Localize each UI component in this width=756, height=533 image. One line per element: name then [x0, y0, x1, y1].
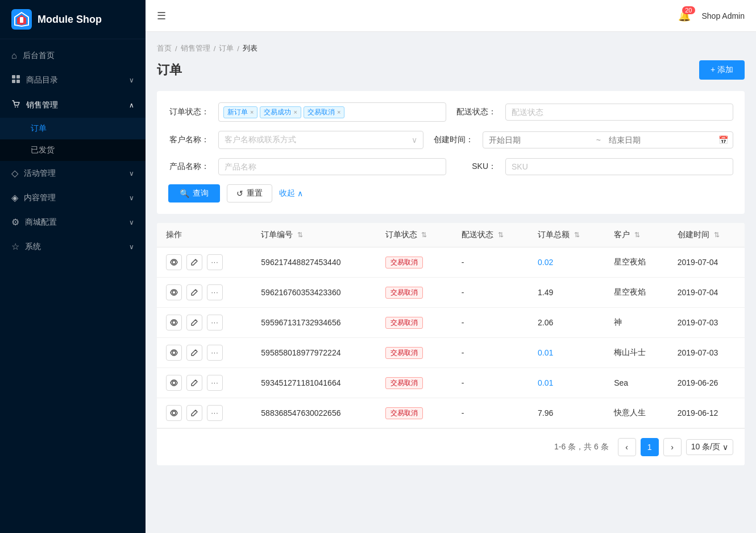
- search-icon: 🔍: [180, 189, 189, 198]
- user-menu-button[interactable]: Shop Admin: [702, 11, 745, 20]
- col-total[interactable]: 订单总额 ⇅: [529, 223, 605, 247]
- sidebar: Module Shop ⌂ 后台首页 商品目录 ∨ 销售管理 ∧ 订单: [0, 0, 146, 533]
- page-size-select[interactable]: 10 条/页 ∨: [686, 439, 733, 455]
- collapse-button[interactable]: 收起 ∧: [279, 188, 303, 199]
- edit-button[interactable]: [186, 315, 202, 330]
- date-start-input[interactable]: [483, 132, 594, 148]
- view-button[interactable]: [166, 345, 182, 361]
- search-button[interactable]: 🔍 查询: [168, 184, 220, 203]
- more-button[interactable]: ···: [207, 345, 223, 361]
- view-button[interactable]: [166, 284, 182, 300]
- customer-field: 客户名称或联系方式 ∨: [218, 131, 423, 149]
- customer-select[interactable]: 客户名称或联系方式 ∨: [218, 131, 423, 149]
- col-customer[interactable]: 客户 ⇅: [605, 223, 668, 247]
- created-time: 2019-07-03: [668, 338, 745, 368]
- calendar-icon: 📅: [714, 135, 733, 144]
- tag-cancel-close[interactable]: ×: [337, 109, 340, 115]
- sidebar-item-products[interactable]: 商品目录 ∨: [0, 68, 146, 93]
- order-total: 7.96: [529, 398, 605, 428]
- view-button[interactable]: [166, 315, 182, 330]
- amount-link[interactable]: 0.02: [538, 258, 553, 267]
- more-button[interactable]: ···: [207, 284, 223, 300]
- edit-button[interactable]: [186, 375, 202, 391]
- table-row: ··· 588368547630022656交易取消-7.96快意人生2019-…: [157, 398, 745, 428]
- date-end-input[interactable]: [603, 132, 714, 148]
- menu-toggle-button[interactable]: ☰: [157, 10, 166, 22]
- edit-button[interactable]: [186, 345, 202, 361]
- filter-row-1: 订单状态： 新订单 × 交易成功 × 交易取消 ×: [168, 102, 733, 122]
- chevron-up-icon: ∧: [297, 189, 303, 198]
- order-status-label: 订单状态：: [168, 107, 209, 117]
- edit-button[interactable]: [186, 284, 202, 300]
- svg-point-14: [172, 381, 176, 385]
- page-1-button[interactable]: 1: [641, 438, 659, 456]
- sidebar-item-label: 销售管理: [26, 100, 129, 110]
- customer-name: 梅山斗士: [605, 338, 668, 368]
- breadcrumb-home[interactable]: 首页: [157, 43, 172, 53]
- view-button[interactable]: [166, 375, 182, 391]
- more-button[interactable]: ···: [207, 375, 223, 391]
- status-tag: 交易取消: [385, 377, 423, 389]
- amount-link[interactable]: 0.01: [538, 348, 553, 357]
- amount-link[interactable]: 0.01: [538, 378, 553, 387]
- logo-area: Module Shop: [0, 0, 146, 39]
- row-actions: ···: [157, 308, 252, 338]
- shipping-status: -: [452, 368, 529, 398]
- product-label: 产品名称：: [168, 162, 209, 172]
- edit-button[interactable]: [186, 254, 202, 270]
- shipping-status: -: [452, 308, 529, 338]
- app-name: Module Shop: [38, 14, 102, 26]
- chevron-down-icon: ∨: [129, 76, 134, 84]
- sku-input[interactable]: [505, 158, 733, 175]
- orders-table-container: 操作 订单编号 ⇅ 订单状态 ⇅ 配送状态 ⇅ 订单总额 ⇅ 客户 ⇅ 创建时间…: [157, 223, 745, 465]
- sales-icon: [11, 100, 20, 111]
- col-shipping-status[interactable]: 配送状态 ⇅: [452, 223, 529, 247]
- filter-row-3: 产品名称： SKU：: [168, 158, 733, 175]
- svg-point-8: [15, 106, 16, 108]
- col-order-no[interactable]: 订单编号 ⇅: [252, 223, 376, 247]
- col-created-time[interactable]: 创建时间 ⇅: [668, 223, 745, 247]
- shipping-status-field: [505, 104, 733, 121]
- breadcrumb-orders[interactable]: 订单: [219, 43, 234, 53]
- sidebar-item-content[interactable]: ◈ 内容管理 ∨: [0, 185, 146, 210]
- reset-button[interactable]: ↺ 重置: [227, 184, 272, 203]
- tag-cancel: 交易取消 ×: [304, 106, 344, 118]
- shipping-status-input[interactable]: [505, 104, 733, 121]
- tag-new-order-close[interactable]: ×: [250, 109, 254, 115]
- view-button[interactable]: [166, 254, 182, 270]
- svg-point-9: [17, 106, 18, 108]
- content-icon: ◈: [11, 192, 18, 203]
- order-status-tag-input[interactable]: 新订单 × 交易成功 × 交易取消 ×: [218, 102, 446, 122]
- sidebar-item-dashboard[interactable]: ⌂ 后台首页: [0, 44, 146, 68]
- promotions-icon: ◇: [11, 168, 18, 179]
- edit-button[interactable]: [186, 405, 202, 421]
- sidebar-item-shipped[interactable]: 已发货: [0, 139, 146, 161]
- more-button[interactable]: ···: [207, 405, 223, 421]
- chevron-down-icon: ∨: [129, 218, 134, 226]
- sort-icon: ⇅: [574, 231, 580, 239]
- col-order-status[interactable]: 订单状态 ⇅: [376, 223, 452, 247]
- sidebar-item-system[interactable]: ☆ 系统 ∨: [0, 234, 146, 259]
- more-button[interactable]: ···: [207, 254, 223, 270]
- sidebar-item-label: 商城配置: [25, 217, 129, 228]
- svg-point-12: [172, 321, 176, 324]
- page-size-label: 10 条/页: [691, 442, 720, 452]
- products-icon: [11, 75, 20, 86]
- table-row: ··· 596217448827453440交易取消-0.02星空夜焰2019-…: [157, 247, 745, 278]
- breadcrumb-sales[interactable]: 销售管理: [181, 43, 210, 53]
- sidebar-item-shop-config[interactable]: ⚙ 商城配置 ∨: [0, 210, 146, 234]
- date-range-input[interactable]: ~ 📅: [483, 131, 733, 148]
- tag-success-close[interactable]: ×: [293, 109, 297, 115]
- sidebar-item-promotions[interactable]: ◇ 活动管理 ∨: [0, 161, 146, 185]
- add-order-button[interactable]: + 添加: [699, 60, 745, 80]
- sidebar-item-orders[interactable]: 订单: [0, 118, 146, 139]
- page-size-arrow: ∨: [722, 443, 728, 452]
- sidebar-menu: ⌂ 后台首页 商品目录 ∨ 销售管理 ∧ 订单 已发货: [0, 39, 146, 533]
- sidebar-item-sales[interactable]: 销售管理 ∧: [0, 93, 146, 118]
- prev-page-button[interactable]: ‹: [618, 438, 636, 456]
- notification-bell-button[interactable]: 🔔 20: [678, 10, 691, 22]
- more-button[interactable]: ···: [207, 315, 223, 330]
- product-name-input[interactable]: [218, 158, 446, 175]
- view-button[interactable]: [166, 405, 182, 421]
- next-page-button[interactable]: ›: [663, 438, 682, 456]
